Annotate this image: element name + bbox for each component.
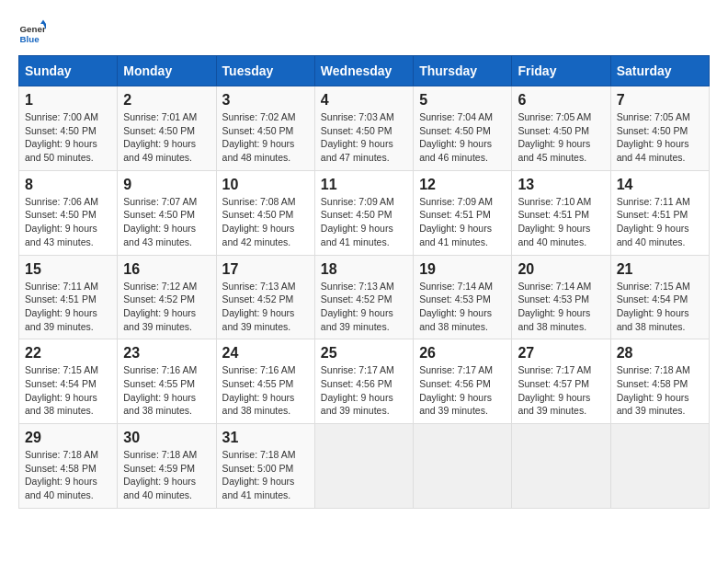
calendar-cell: 7Sunrise: 7:05 AM Sunset: 4:50 PM Daylig… — [610, 86, 709, 171]
calendar-cell: 22Sunrise: 7:15 AM Sunset: 4:54 PM Dayli… — [19, 339, 118, 424]
day-header-wednesday: Wednesday — [314, 56, 413, 86]
day-number: 4 — [321, 92, 407, 109]
day-number: 21 — [617, 261, 703, 278]
calendar-cell — [512, 424, 610, 509]
week-row-3: 15Sunrise: 7:11 AM Sunset: 4:51 PM Dayli… — [19, 255, 710, 339]
day-number: 2 — [123, 92, 210, 109]
day-number: 7 — [617, 92, 703, 109]
day-header-sunday: Sunday — [19, 56, 118, 86]
day-info: Sunrise: 7:05 AM Sunset: 4:50 PM Dayligh… — [518, 110, 604, 165]
day-info: Sunrise: 7:05 AM Sunset: 4:50 PM Dayligh… — [617, 110, 703, 165]
day-info: Sunrise: 7:09 AM Sunset: 4:51 PM Dayligh… — [419, 195, 506, 249]
day-info: Sunrise: 7:17 AM Sunset: 4:56 PM Dayligh… — [321, 363, 407, 418]
day-header-tuesday: Tuesday — [216, 56, 314, 86]
day-info: Sunrise: 7:09 AM Sunset: 4:50 PM Dayligh… — [321, 195, 407, 249]
day-info: Sunrise: 7:12 AM Sunset: 4:52 PM Dayligh… — [123, 280, 210, 334]
svg-text:General: General — [20, 24, 47, 34]
calendar-cell — [314, 424, 413, 509]
calendar-cell: 5Sunrise: 7:04 AM Sunset: 4:50 PM Daylig… — [414, 86, 512, 171]
calendar-cell: 20Sunrise: 7:14 AM Sunset: 4:53 PM Dayli… — [512, 255, 610, 339]
calendar-cell: 30Sunrise: 7:18 AM Sunset: 4:59 PM Dayli… — [118, 424, 216, 509]
day-info: Sunrise: 7:14 AM Sunset: 4:53 PM Dayligh… — [518, 280, 604, 334]
day-number: 14 — [617, 177, 703, 193]
calendar-cell: 27Sunrise: 7:17 AM Sunset: 4:57 PM Dayli… — [512, 339, 610, 424]
day-number: 25 — [321, 345, 407, 362]
logo-icon: General Blue — [18, 18, 46, 46]
day-info: Sunrise: 7:02 AM Sunset: 4:50 PM Dayligh… — [222, 110, 309, 165]
day-header-friday: Friday — [512, 56, 610, 86]
svg-marker-2 — [40, 20, 46, 25]
calendar-cell: 11Sunrise: 7:09 AM Sunset: 4:50 PM Dayli… — [314, 170, 413, 255]
calendar-cell: 29Sunrise: 7:18 AM Sunset: 4:58 PM Dayli… — [19, 424, 118, 509]
calendar-cell: 25Sunrise: 7:17 AM Sunset: 4:56 PM Dayli… — [314, 339, 413, 424]
day-info: Sunrise: 7:18 AM Sunset: 4:58 PM Dayligh… — [617, 363, 703, 418]
calendar-cell: 31Sunrise: 7:18 AM Sunset: 5:00 PM Dayli… — [216, 424, 314, 509]
day-info: Sunrise: 7:16 AM Sunset: 4:55 PM Dayligh… — [123, 363, 210, 418]
day-number: 5 — [419, 92, 506, 109]
svg-text:Blue: Blue — [20, 34, 40, 44]
calendar-cell: 3Sunrise: 7:02 AM Sunset: 4:50 PM Daylig… — [216, 86, 314, 171]
day-info: Sunrise: 7:18 AM Sunset: 4:59 PM Dayligh… — [123, 448, 210, 502]
calendar-cell: 26Sunrise: 7:17 AM Sunset: 4:56 PM Dayli… — [414, 339, 512, 424]
day-number: 1 — [25, 92, 111, 109]
calendar-header-row: SundayMondayTuesdayWednesdayThursdayFrid… — [19, 56, 710, 86]
day-number: 8 — [25, 177, 111, 193]
day-info: Sunrise: 7:15 AM Sunset: 4:54 PM Dayligh… — [617, 280, 703, 334]
day-number: 17 — [222, 261, 309, 278]
day-number: 30 — [123, 430, 210, 446]
calendar-cell: 10Sunrise: 7:08 AM Sunset: 4:50 PM Dayli… — [216, 170, 314, 255]
calendar-table: SundayMondayTuesdayWednesdayThursdayFrid… — [18, 55, 710, 509]
day-number: 31 — [222, 430, 309, 446]
day-number: 6 — [518, 92, 604, 109]
week-row-4: 22Sunrise: 7:15 AM Sunset: 4:54 PM Dayli… — [19, 339, 710, 424]
calendar-cell: 17Sunrise: 7:13 AM Sunset: 4:52 PM Dayli… — [216, 255, 314, 339]
day-number: 16 — [123, 261, 210, 278]
day-number: 22 — [25, 345, 111, 362]
day-info: Sunrise: 7:18 AM Sunset: 4:58 PM Dayligh… — [25, 448, 111, 502]
calendar-cell: 24Sunrise: 7:16 AM Sunset: 4:55 PM Dayli… — [216, 339, 314, 424]
week-row-2: 8Sunrise: 7:06 AM Sunset: 4:50 PM Daylig… — [19, 170, 710, 255]
day-info: Sunrise: 7:00 AM Sunset: 4:50 PM Dayligh… — [25, 110, 111, 165]
calendar-cell: 15Sunrise: 7:11 AM Sunset: 4:51 PM Dayli… — [19, 255, 118, 339]
calendar-cell: 23Sunrise: 7:16 AM Sunset: 4:55 PM Dayli… — [118, 339, 216, 424]
day-info: Sunrise: 7:11 AM Sunset: 4:51 PM Dayligh… — [617, 195, 703, 249]
calendar-cell — [414, 424, 512, 509]
day-info: Sunrise: 7:18 AM Sunset: 5:00 PM Dayligh… — [222, 448, 309, 502]
calendar-cell — [610, 424, 709, 509]
day-number: 18 — [321, 261, 407, 278]
day-number: 20 — [518, 261, 604, 278]
day-info: Sunrise: 7:08 AM Sunset: 4:50 PM Dayligh… — [222, 195, 309, 249]
day-info: Sunrise: 7:04 AM Sunset: 4:50 PM Dayligh… — [419, 110, 506, 165]
day-number: 19 — [419, 261, 506, 278]
day-info: Sunrise: 7:11 AM Sunset: 4:51 PM Dayligh… — [25, 280, 111, 334]
calendar-cell: 4Sunrise: 7:03 AM Sunset: 4:50 PM Daylig… — [314, 86, 413, 171]
day-number: 10 — [222, 177, 309, 193]
day-info: Sunrise: 7:01 AM Sunset: 4:50 PM Dayligh… — [123, 110, 210, 165]
calendar-cell: 13Sunrise: 7:10 AM Sunset: 4:51 PM Dayli… — [512, 170, 610, 255]
day-info: Sunrise: 7:10 AM Sunset: 4:51 PM Dayligh… — [518, 195, 604, 249]
day-info: Sunrise: 7:13 AM Sunset: 4:52 PM Dayligh… — [222, 280, 309, 334]
day-info: Sunrise: 7:14 AM Sunset: 4:53 PM Dayligh… — [419, 280, 506, 334]
page-header: General Blue — [18, 18, 710, 46]
day-header-saturday: Saturday — [610, 56, 709, 86]
day-info: Sunrise: 7:17 AM Sunset: 4:56 PM Dayligh… — [419, 363, 506, 418]
calendar-cell: 9Sunrise: 7:07 AM Sunset: 4:50 PM Daylig… — [118, 170, 216, 255]
day-info: Sunrise: 7:06 AM Sunset: 4:50 PM Dayligh… — [25, 195, 111, 249]
calendar-cell: 6Sunrise: 7:05 AM Sunset: 4:50 PM Daylig… — [512, 86, 610, 171]
week-row-1: 1Sunrise: 7:00 AM Sunset: 4:50 PM Daylig… — [19, 86, 710, 171]
calendar-body: 1Sunrise: 7:00 AM Sunset: 4:50 PM Daylig… — [19, 86, 710, 509]
calendar-cell: 28Sunrise: 7:18 AM Sunset: 4:58 PM Dayli… — [610, 339, 709, 424]
day-number: 13 — [518, 177, 604, 193]
day-number: 23 — [123, 345, 210, 362]
day-number: 11 — [321, 177, 407, 193]
calendar-cell: 21Sunrise: 7:15 AM Sunset: 4:54 PM Dayli… — [610, 255, 709, 339]
day-number: 24 — [222, 345, 309, 362]
day-info: Sunrise: 7:03 AM Sunset: 4:50 PM Dayligh… — [321, 110, 407, 165]
week-row-5: 29Sunrise: 7:18 AM Sunset: 4:58 PM Dayli… — [19, 424, 710, 509]
day-header-thursday: Thursday — [414, 56, 512, 86]
day-header-monday: Monday — [118, 56, 216, 86]
calendar-cell: 16Sunrise: 7:12 AM Sunset: 4:52 PM Dayli… — [118, 255, 216, 339]
day-number: 12 — [419, 177, 506, 193]
day-info: Sunrise: 7:07 AM Sunset: 4:50 PM Dayligh… — [123, 195, 210, 249]
calendar-cell: 8Sunrise: 7:06 AM Sunset: 4:50 PM Daylig… — [19, 170, 118, 255]
